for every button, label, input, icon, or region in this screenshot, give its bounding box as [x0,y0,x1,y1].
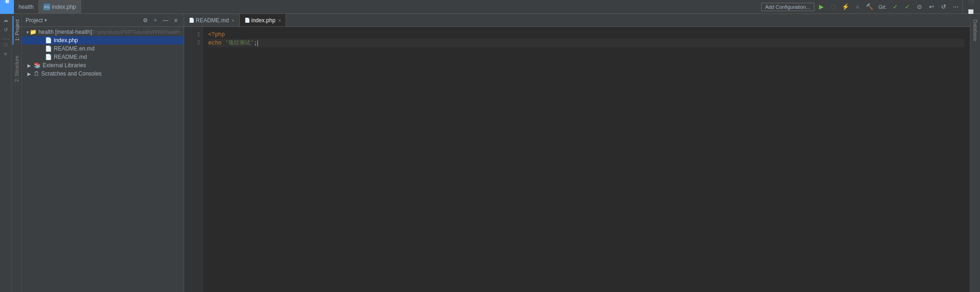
editor-tab-index-close[interactable]: × [278,18,281,23]
editor-area: 📄 README.md × 📄 index.php × 1 2 [184,14,970,292]
echo-keyword: echo [208,39,222,47]
tree-label-health: health [mental-health] [38,29,92,35]
dock-button-1[interactable]: ⬛ [966,0,976,7]
project-scope-icon[interactable]: ÷ [151,16,160,25]
tree-item-index-php[interactable]: 📄 index.php [22,36,184,44]
php-icon-tab: 📄 [244,18,250,23]
editor-tab-index-php[interactable]: 📄 index.php × [240,14,286,26]
add-configuration-button[interactable]: Add Configuration... [761,3,814,11]
tree-arrow-ext: ▶ [27,63,33,68]
editor-tab-index-label: index.php [251,17,275,24]
title-bar-left: 连接上传 health php index.php [0,0,761,14]
sidebar-tab-structure[interactable]: 2: Structure [13,52,20,86]
tree-item-health-root[interactable]: ▾ 📁 health [mental-health] D:\phpStudy\P… [22,28,184,36]
far-left-strip: ☁ ↺ □ ≡ [0,14,12,292]
project-panel-icons: ⚙ ÷ — ≡ [141,16,180,25]
semicolon: ; [254,39,257,47]
tree-label-readme: README.md [54,54,87,60]
tab-health-label: health [19,4,34,10]
php-open-tag: <?php [208,31,225,39]
left-icon-2[interactable]: ↺ [4,25,8,34]
editor-content[interactable]: 1 2 <?php echo '项目测试' ; [184,27,970,292]
editor-tab-readme-label: README.md [196,17,229,24]
editor-tabs: 📄 README.md × 📄 index.php × [184,14,970,27]
stop-button[interactable]: ■ [852,2,863,12]
tab-index-php[interactable]: php index.php [39,0,81,14]
string-value: '项目测试' [225,39,254,47]
php-file-icon: php [44,4,50,10]
left-icon-3[interactable]: □ [4,40,7,49]
tree-label-index-php: index.php [54,37,78,44]
tree-path-health: D:\phpStudy\PHPTutorial\WWW\health [92,29,180,35]
tree-label-ext-libs: External Libraries [43,62,86,69]
code-line-2: echo '项目测试' ; [208,39,964,47]
scratches-icon: 🗒 [34,70,39,77]
md-file-icon-en: 📄 [45,45,52,52]
project-panel-header: Project ▾ ⚙ ÷ — ≡ [22,14,184,27]
build-button[interactable]: 🔨 [865,2,875,12]
tree-item-readme-en[interactable]: 📄 README.en.md [22,44,184,53]
text-cursor [257,40,258,46]
php-file-icon-tree: 📄 [45,37,52,44]
main-area: ☁ ↺ □ ≡ 1: Project 2: Structure Project … [0,14,980,292]
left-icon-4[interactable]: ≡ [4,50,7,58]
project-panel: Project ▾ ⚙ ÷ — ≡ ▾ 📁 health [mental-hea… [22,14,184,292]
left-icon-1[interactable]: ☁ [3,16,8,25]
git-history-button[interactable]: ⊙ [914,2,924,12]
tree-item-readme[interactable]: 📄 README.md [22,53,184,61]
project-settings-icon[interactable]: ⚙ [141,16,149,25]
sidebar-tab-project[interactable]: 1: Project [13,16,21,44]
tree-arrow-scratches: ▶ [27,71,33,76]
project-collapse-icon[interactable]: — [161,16,170,25]
editor-tab-readme-close[interactable]: × [231,18,234,23]
tab-health[interactable]: health [14,0,39,14]
project-panel-title[interactable]: Project ▾ [26,17,47,24]
title-bar: 连接上传 health php index.php Add Configurat… [0,0,980,14]
md-icon-tab: 📄 [189,18,194,23]
git-label: Git: [877,4,888,10]
md-file-icon: 📄 [45,54,52,60]
tree-item-ext-libs[interactable]: ▶ 📚 External Libraries [22,61,184,70]
debug-button[interactable]: ⬡ [828,2,839,12]
code-space [222,39,225,47]
git-check2-button[interactable]: ✓ [902,2,912,12]
tree-item-scratches[interactable]: ▶ 🗒 Scratches and Consoles [22,70,184,78]
profile-button[interactable]: ⚡ [840,2,851,12]
project-chevron-icon: ▾ [45,18,47,23]
right-panel-tabs: Database [970,14,980,292]
tree-label-readme-en: README.en.md [54,45,95,52]
left-panel-tabs: 1: Project 2: Structure [12,14,22,292]
run-button[interactable]: ▶ [816,2,826,12]
upload-panel: 连接上传 [0,0,14,14]
more-button[interactable]: ⋯ [950,2,961,12]
code-area[interactable]: <?php echo '项目测试' ; [203,27,970,292]
git-revert-button[interactable]: ↩ [926,2,936,12]
tree-arrow-health: ▾ [26,30,29,35]
sidebar-tab-database[interactable]: Database [972,16,979,45]
code-line-1: <?php [208,31,964,39]
ext-lib-icon: 📚 [34,62,41,69]
git-undo-button[interactable]: ↺ [938,2,948,12]
line-numbers: 1 2 [184,27,203,292]
editor-tab-readme[interactable]: 📄 README.md × [184,14,240,26]
project-more-icon[interactable]: ≡ [172,16,180,25]
tab-index-label: index.php [52,4,76,10]
file-tree: ▾ 📁 health [mental-health] D:\phpStudy\P… [22,27,184,292]
folder-icon-health: 📁 [30,29,37,35]
git-check1-button[interactable]: ✓ [890,2,900,12]
tree-label-scratches: Scratches and Consoles [41,70,102,77]
